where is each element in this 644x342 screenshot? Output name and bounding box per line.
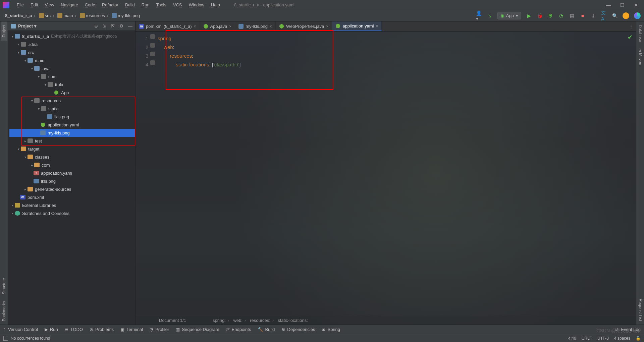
settings-button[interactable]: ⚙ xyxy=(119,23,123,28)
code-text[interactable]: spring: web: resources: static-locations… xyxy=(158,34,241,69)
menu-vcs[interactable]: VCS xyxy=(170,1,185,8)
tree-test[interactable]: ▸test xyxy=(9,137,135,145)
tree-extlib[interactable]: ▸External Libraries xyxy=(9,201,135,209)
caret-icon[interactable]: ▸ xyxy=(23,187,28,191)
tab-app[interactable]: App.java× xyxy=(200,21,235,31)
tree-src[interactable]: ▾src xyxy=(9,48,135,56)
menu-tools[interactable]: Tools xyxy=(154,1,169,8)
profile-button[interactable]: ◔ xyxy=(558,13,564,19)
tree-main[interactable]: ▾main xyxy=(9,56,135,64)
tree-pom[interactable]: mpom.xml xyxy=(9,193,135,201)
tab-pom[interactable]: mpom.xml (8_startic_r_a)× xyxy=(136,21,200,31)
indent-info[interactable]: 4 spaces xyxy=(614,336,630,341)
caret-icon[interactable]: ▸ xyxy=(10,204,15,207)
translate-icon[interactable]: 文A xyxy=(601,13,607,19)
caret-icon[interactable]: ▾ xyxy=(23,59,28,62)
menu-file[interactable]: File xyxy=(14,1,26,8)
stop-button[interactable]: ■ xyxy=(580,13,586,19)
caret-icon[interactable]: ▾ xyxy=(43,83,48,87)
menu-build[interactable]: Build xyxy=(122,1,138,8)
gutter-fold-icon[interactable] xyxy=(150,52,155,56)
window-maximize-button[interactable]: ❐ xyxy=(620,2,625,8)
coverage-button[interactable]: ⛨ xyxy=(547,13,553,19)
menu-view[interactable]: View xyxy=(42,1,57,8)
caret-icon[interactable]: ▾ xyxy=(23,155,28,159)
menu-help[interactable]: Help xyxy=(208,1,223,8)
caret-icon[interactable]: ▾ xyxy=(10,35,15,38)
caret-icon[interactable]: ▸ xyxy=(23,139,28,143)
search-button[interactable]: 🔍 xyxy=(612,13,618,19)
tree-resources[interactable]: ▾resources xyxy=(9,97,135,105)
tree-com2[interactable]: ▸com xyxy=(9,161,135,169)
user-button[interactable]: 👤▾ xyxy=(476,13,482,19)
tree-root[interactable]: ▾ 8_startic_r_a E:\hsp培训\分布式微服务\springbo… xyxy=(9,32,135,40)
toolwindow-profiler[interactable]: ◔ Profiler xyxy=(150,327,169,332)
close-icon[interactable]: × xyxy=(194,24,196,29)
project-view-title[interactable]: Project ▾ xyxy=(18,23,94,28)
tree-classes[interactable]: ▾classes xyxy=(9,153,135,161)
caret-icon[interactable]: ▾ xyxy=(36,107,41,111)
caret-icon[interactable]: ▾ xyxy=(16,147,21,151)
hammer-build-icon[interactable]: ↘ xyxy=(487,13,493,19)
crumb-web[interactable]: web: xyxy=(231,318,248,323)
hide-button[interactable]: — xyxy=(128,23,132,28)
toolwindow-requestlist[interactable]: Request List xyxy=(637,295,644,325)
toolwindow-seqdiagram[interactable]: ▥ Sequence Diagram xyxy=(176,327,219,332)
tree-lkls2[interactable]: lkls.png xyxy=(9,177,135,185)
caret-icon[interactable]: ▸ xyxy=(10,212,15,215)
toolwindows-quick-icon[interactable] xyxy=(3,336,8,341)
caret-icon[interactable]: ▾ xyxy=(16,51,21,54)
tree-ttpfx[interactable]: ▾ttpfx xyxy=(9,80,135,89)
toolwindow-database[interactable]: Database xyxy=(637,21,644,45)
toolwindow-project[interactable]: Project xyxy=(1,21,7,41)
toolwindow-endpoints[interactable]: ⇄ Endpoints xyxy=(226,327,251,332)
caret-icon[interactable]: ▸ xyxy=(30,163,34,167)
tab-mylkls[interactable]: my-lkls.png× xyxy=(235,21,276,31)
caret-icon[interactable]: ▾ xyxy=(36,75,41,78)
line-separator[interactable]: CRLF xyxy=(582,336,592,341)
tree-gensrc[interactable]: ▸generated-sources xyxy=(9,185,135,193)
tree-static[interactable]: ▾static xyxy=(9,105,135,113)
gutter-fold-icon[interactable] xyxy=(150,34,155,39)
crumb-resources[interactable]: resources xyxy=(78,12,110,19)
tree-appyaml2[interactable]: Yapplication.yaml xyxy=(9,169,135,177)
tree-scratch[interactable]: ▸Scratches and Consoles xyxy=(9,209,135,217)
toolwindow-dependencies[interactable]: ≋ Dependencies xyxy=(281,327,315,332)
tree-target[interactable]: ▾target xyxy=(9,145,135,153)
jetbrains-toolbox-icon[interactable] xyxy=(634,12,641,19)
toolwindow-run[interactable]: ▶ Run xyxy=(45,327,58,332)
close-icon[interactable]: × xyxy=(270,24,272,29)
tab-appyaml[interactable]: application.yaml× xyxy=(332,21,382,31)
crumb-project[interactable]: 8_startic_r_a xyxy=(3,12,37,19)
code-area[interactable]: ✔ 1234 spring: web: resources: static-lo… xyxy=(136,32,636,316)
close-icon[interactable]: × xyxy=(376,24,378,28)
tree-lkls[interactable]: lkls.png xyxy=(9,113,135,121)
run-config-dropdown[interactable]: ◉ App ▾ xyxy=(497,12,521,19)
toolwindow-bookmarks[interactable]: Bookmarks xyxy=(1,298,7,325)
close-icon[interactable]: × xyxy=(229,24,231,29)
menu-edit[interactable]: Edit xyxy=(28,1,41,8)
menu-refactor[interactable]: Refactor xyxy=(99,1,121,8)
crumb-main[interactable]: main xyxy=(56,12,78,19)
tree-app[interactable]: App xyxy=(9,89,135,97)
toolwindow-structure[interactable]: Structure xyxy=(1,275,7,298)
toolwindow-problems[interactable]: ⊘ Problems xyxy=(90,327,114,332)
toolwindow-vcs[interactable]: ᚴ Version Control xyxy=(3,327,38,332)
gutter-fold-icon[interactable] xyxy=(150,43,155,48)
collapse-all-button[interactable]: ⇱ xyxy=(111,23,115,28)
file-encoding[interactable]: UTF-8 xyxy=(597,336,609,341)
avatar-icon[interactable] xyxy=(623,12,629,19)
menu-window[interactable]: Window xyxy=(186,1,207,8)
crumb-resources[interactable]: resources: xyxy=(248,318,276,323)
window-close-button[interactable]: ✕ xyxy=(634,2,638,8)
tree-java[interactable]: ▾java xyxy=(9,64,135,72)
caret-icon[interactable]: ▸ xyxy=(16,43,21,46)
tabs-overflow-button[interactable]: ⋮ xyxy=(626,21,636,31)
toolwindow-terminal[interactable]: ▣ Terminal xyxy=(120,327,143,332)
crumb-src[interactable]: src xyxy=(37,12,56,19)
menu-navigate[interactable]: Navigate xyxy=(58,1,80,8)
run-button[interactable]: ▶ xyxy=(526,13,532,19)
close-icon[interactable]: × xyxy=(326,24,328,29)
expand-all-button[interactable]: ⇲ xyxy=(103,23,106,28)
tab-webprops[interactable]: WebProperties.java× xyxy=(276,21,332,31)
